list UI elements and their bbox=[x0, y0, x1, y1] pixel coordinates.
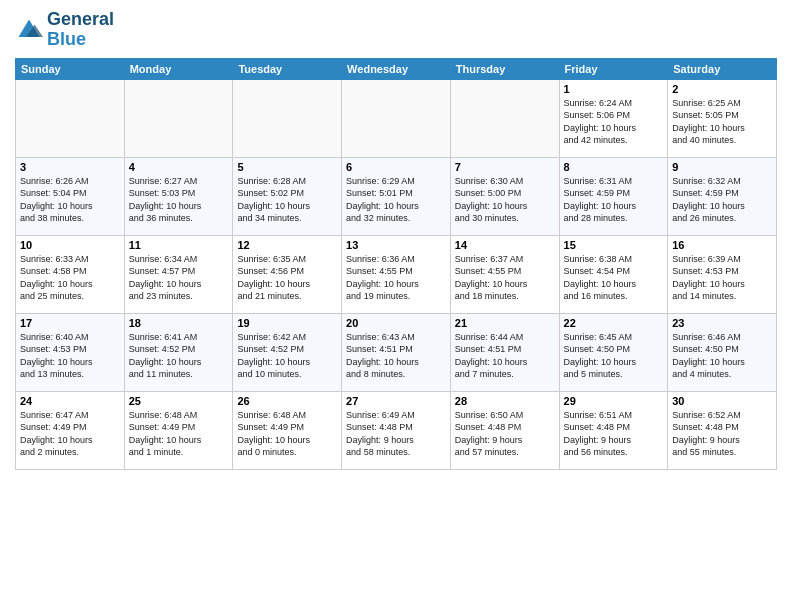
day-number: 9 bbox=[672, 161, 772, 173]
day-info: Sunrise: 6:34 AM Sunset: 4:57 PM Dayligh… bbox=[129, 253, 229, 303]
calendar-cell: 18Sunrise: 6:41 AM Sunset: 4:52 PM Dayli… bbox=[124, 313, 233, 391]
calendar-cell: 8Sunrise: 6:31 AM Sunset: 4:59 PM Daylig… bbox=[559, 157, 668, 235]
header: General Blue bbox=[15, 10, 777, 50]
calendar-cell: 3Sunrise: 6:26 AM Sunset: 5:04 PM Daylig… bbox=[16, 157, 125, 235]
calendar-cell: 28Sunrise: 6:50 AM Sunset: 4:48 PM Dayli… bbox=[450, 391, 559, 469]
calendar-week-row: 24Sunrise: 6:47 AM Sunset: 4:49 PM Dayli… bbox=[16, 391, 777, 469]
calendar-cell: 2Sunrise: 6:25 AM Sunset: 5:05 PM Daylig… bbox=[668, 79, 777, 157]
calendar-cell: 17Sunrise: 6:40 AM Sunset: 4:53 PM Dayli… bbox=[16, 313, 125, 391]
day-info: Sunrise: 6:36 AM Sunset: 4:55 PM Dayligh… bbox=[346, 253, 446, 303]
day-number: 14 bbox=[455, 239, 555, 251]
calendar-cell: 13Sunrise: 6:36 AM Sunset: 4:55 PM Dayli… bbox=[342, 235, 451, 313]
day-number: 25 bbox=[129, 395, 229, 407]
calendar-cell: 26Sunrise: 6:48 AM Sunset: 4:49 PM Dayli… bbox=[233, 391, 342, 469]
day-info: Sunrise: 6:25 AM Sunset: 5:05 PM Dayligh… bbox=[672, 97, 772, 147]
day-number: 12 bbox=[237, 239, 337, 251]
calendar-cell: 29Sunrise: 6:51 AM Sunset: 4:48 PM Dayli… bbox=[559, 391, 668, 469]
day-number: 30 bbox=[672, 395, 772, 407]
calendar-cell bbox=[450, 79, 559, 157]
day-number: 26 bbox=[237, 395, 337, 407]
calendar-cell bbox=[342, 79, 451, 157]
day-info: Sunrise: 6:48 AM Sunset: 4:49 PM Dayligh… bbox=[129, 409, 229, 459]
day-number: 3 bbox=[20, 161, 120, 173]
calendar-cell: 16Sunrise: 6:39 AM Sunset: 4:53 PM Dayli… bbox=[668, 235, 777, 313]
day-info: Sunrise: 6:52 AM Sunset: 4:48 PM Dayligh… bbox=[672, 409, 772, 459]
day-number: 4 bbox=[129, 161, 229, 173]
day-number: 20 bbox=[346, 317, 446, 329]
day-info: Sunrise: 6:42 AM Sunset: 4:52 PM Dayligh… bbox=[237, 331, 337, 381]
calendar-cell: 30Sunrise: 6:52 AM Sunset: 4:48 PM Dayli… bbox=[668, 391, 777, 469]
calendar-cell: 6Sunrise: 6:29 AM Sunset: 5:01 PM Daylig… bbox=[342, 157, 451, 235]
day-number: 7 bbox=[455, 161, 555, 173]
day-number: 10 bbox=[20, 239, 120, 251]
calendar-cell: 21Sunrise: 6:44 AM Sunset: 4:51 PM Dayli… bbox=[450, 313, 559, 391]
calendar-cell: 11Sunrise: 6:34 AM Sunset: 4:57 PM Dayli… bbox=[124, 235, 233, 313]
page: General Blue SundayMondayTuesdayWednesda… bbox=[0, 0, 792, 612]
day-number: 11 bbox=[129, 239, 229, 251]
calendar-week-row: 10Sunrise: 6:33 AM Sunset: 4:58 PM Dayli… bbox=[16, 235, 777, 313]
day-number: 29 bbox=[564, 395, 664, 407]
day-number: 22 bbox=[564, 317, 664, 329]
day-info: Sunrise: 6:32 AM Sunset: 4:59 PM Dayligh… bbox=[672, 175, 772, 225]
day-number: 1 bbox=[564, 83, 664, 95]
calendar-cell: 1Sunrise: 6:24 AM Sunset: 5:06 PM Daylig… bbox=[559, 79, 668, 157]
calendar-cell: 25Sunrise: 6:48 AM Sunset: 4:49 PM Dayli… bbox=[124, 391, 233, 469]
calendar-week-row: 1Sunrise: 6:24 AM Sunset: 5:06 PM Daylig… bbox=[16, 79, 777, 157]
calendar-cell: 22Sunrise: 6:45 AM Sunset: 4:50 PM Dayli… bbox=[559, 313, 668, 391]
day-info: Sunrise: 6:33 AM Sunset: 4:58 PM Dayligh… bbox=[20, 253, 120, 303]
day-info: Sunrise: 6:46 AM Sunset: 4:50 PM Dayligh… bbox=[672, 331, 772, 381]
day-info: Sunrise: 6:28 AM Sunset: 5:02 PM Dayligh… bbox=[237, 175, 337, 225]
calendar-cell bbox=[233, 79, 342, 157]
day-info: Sunrise: 6:30 AM Sunset: 5:00 PM Dayligh… bbox=[455, 175, 555, 225]
day-number: 16 bbox=[672, 239, 772, 251]
day-info: Sunrise: 6:50 AM Sunset: 4:48 PM Dayligh… bbox=[455, 409, 555, 459]
day-info: Sunrise: 6:44 AM Sunset: 4:51 PM Dayligh… bbox=[455, 331, 555, 381]
day-number: 27 bbox=[346, 395, 446, 407]
calendar-cell: 10Sunrise: 6:33 AM Sunset: 4:58 PM Dayli… bbox=[16, 235, 125, 313]
day-info: Sunrise: 6:24 AM Sunset: 5:06 PM Dayligh… bbox=[564, 97, 664, 147]
calendar-cell: 27Sunrise: 6:49 AM Sunset: 4:48 PM Dayli… bbox=[342, 391, 451, 469]
calendar-cell: 4Sunrise: 6:27 AM Sunset: 5:03 PM Daylig… bbox=[124, 157, 233, 235]
weekday-header: Sunday bbox=[16, 58, 125, 79]
day-info: Sunrise: 6:43 AM Sunset: 4:51 PM Dayligh… bbox=[346, 331, 446, 381]
day-info: Sunrise: 6:47 AM Sunset: 4:49 PM Dayligh… bbox=[20, 409, 120, 459]
logo-icon bbox=[15, 16, 43, 44]
calendar-cell: 14Sunrise: 6:37 AM Sunset: 4:55 PM Dayli… bbox=[450, 235, 559, 313]
day-number: 5 bbox=[237, 161, 337, 173]
day-info: Sunrise: 6:40 AM Sunset: 4:53 PM Dayligh… bbox=[20, 331, 120, 381]
day-number: 2 bbox=[672, 83, 772, 95]
weekday-header: Saturday bbox=[668, 58, 777, 79]
day-info: Sunrise: 6:38 AM Sunset: 4:54 PM Dayligh… bbox=[564, 253, 664, 303]
day-number: 24 bbox=[20, 395, 120, 407]
logo-text: General Blue bbox=[47, 10, 114, 50]
calendar-cell bbox=[16, 79, 125, 157]
calendar-header-row: SundayMondayTuesdayWednesdayThursdayFrid… bbox=[16, 58, 777, 79]
calendar-cell: 24Sunrise: 6:47 AM Sunset: 4:49 PM Dayli… bbox=[16, 391, 125, 469]
calendar-cell: 15Sunrise: 6:38 AM Sunset: 4:54 PM Dayli… bbox=[559, 235, 668, 313]
day-info: Sunrise: 6:35 AM Sunset: 4:56 PM Dayligh… bbox=[237, 253, 337, 303]
day-number: 13 bbox=[346, 239, 446, 251]
calendar-cell: 23Sunrise: 6:46 AM Sunset: 4:50 PM Dayli… bbox=[668, 313, 777, 391]
day-number: 8 bbox=[564, 161, 664, 173]
calendar-week-row: 3Sunrise: 6:26 AM Sunset: 5:04 PM Daylig… bbox=[16, 157, 777, 235]
calendar-cell: 19Sunrise: 6:42 AM Sunset: 4:52 PM Dayli… bbox=[233, 313, 342, 391]
weekday-header: Friday bbox=[559, 58, 668, 79]
calendar-cell: 7Sunrise: 6:30 AM Sunset: 5:00 PM Daylig… bbox=[450, 157, 559, 235]
day-info: Sunrise: 6:51 AM Sunset: 4:48 PM Dayligh… bbox=[564, 409, 664, 459]
day-info: Sunrise: 6:45 AM Sunset: 4:50 PM Dayligh… bbox=[564, 331, 664, 381]
calendar-cell: 5Sunrise: 6:28 AM Sunset: 5:02 PM Daylig… bbox=[233, 157, 342, 235]
day-info: Sunrise: 6:27 AM Sunset: 5:03 PM Dayligh… bbox=[129, 175, 229, 225]
day-info: Sunrise: 6:31 AM Sunset: 4:59 PM Dayligh… bbox=[564, 175, 664, 225]
day-info: Sunrise: 6:39 AM Sunset: 4:53 PM Dayligh… bbox=[672, 253, 772, 303]
day-number: 17 bbox=[20, 317, 120, 329]
calendar-cell: 20Sunrise: 6:43 AM Sunset: 4:51 PM Dayli… bbox=[342, 313, 451, 391]
weekday-header: Monday bbox=[124, 58, 233, 79]
day-number: 28 bbox=[455, 395, 555, 407]
calendar-cell bbox=[124, 79, 233, 157]
day-info: Sunrise: 6:26 AM Sunset: 5:04 PM Dayligh… bbox=[20, 175, 120, 225]
calendar-week-row: 17Sunrise: 6:40 AM Sunset: 4:53 PM Dayli… bbox=[16, 313, 777, 391]
day-info: Sunrise: 6:29 AM Sunset: 5:01 PM Dayligh… bbox=[346, 175, 446, 225]
weekday-header: Tuesday bbox=[233, 58, 342, 79]
day-number: 23 bbox=[672, 317, 772, 329]
logo: General Blue bbox=[15, 10, 114, 50]
